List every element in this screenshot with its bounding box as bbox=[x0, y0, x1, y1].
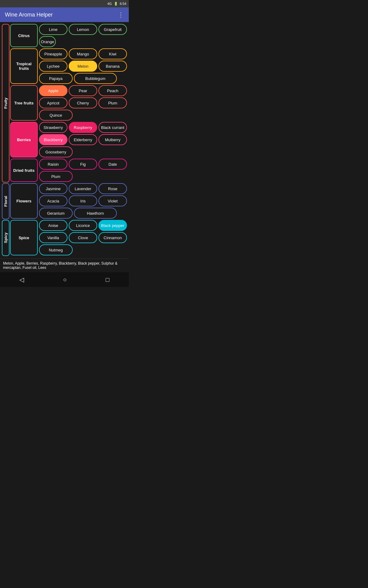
item-lime[interactable]: Lime bbox=[39, 24, 67, 35]
item-hawthorn[interactable]: Hawthorn bbox=[74, 208, 117, 219]
subcategory-berries[interactable]: Berries bbox=[10, 122, 38, 157]
recents-button[interactable]: □ bbox=[105, 276, 109, 283]
berries-items: Strawberry Raspberry Black currant Black… bbox=[39, 122, 127, 157]
section-dried: Dried fruits Raisin Fig Date Plum bbox=[10, 159, 127, 182]
selected-items-text: Melon, Apple, Berries, Raspberry, Blackb… bbox=[3, 261, 117, 270]
subcategory-tropical[interactable]: Tropical fruits bbox=[10, 48, 38, 84]
section-spice: Spice Anise Licorice Black pepper Vanill… bbox=[10, 220, 127, 255]
item-apple[interactable]: Apple bbox=[39, 85, 67, 96]
item-rose[interactable]: Rose bbox=[98, 183, 127, 194]
item-plum-tree[interactable]: Plum bbox=[98, 97, 127, 108]
item-elderberry[interactable]: Elderberry bbox=[69, 134, 97, 145]
item-melon[interactable]: Melon bbox=[69, 61, 97, 72]
time-display: 6:54 bbox=[120, 2, 126, 6]
item-banana[interactable]: Banana bbox=[98, 61, 127, 72]
tree-items: Apple Pear Peach Apricot Cherry Plum Qui… bbox=[39, 85, 127, 121]
app-bar: Wine Aroma Helper ⋮ bbox=[0, 7, 129, 22]
item-raspberry[interactable]: Raspberry bbox=[69, 122, 97, 133]
item-cherry[interactable]: Cherry bbox=[69, 97, 97, 108]
item-grapefruit[interactable]: Grapefruit bbox=[98, 24, 127, 35]
citrus-items: Lime Lemon Grapefruit Orange bbox=[39, 24, 127, 47]
item-iris[interactable]: Iris bbox=[69, 195, 97, 206]
menu-button[interactable]: ⋮ bbox=[118, 11, 124, 18]
item-papaya[interactable]: Papaya bbox=[39, 73, 73, 84]
subcategory-flowers[interactable]: Flowers bbox=[10, 183, 38, 219]
item-jasmine[interactable]: Jasmine bbox=[39, 183, 67, 194]
item-peach[interactable]: Peach bbox=[98, 85, 127, 96]
item-fig[interactable]: Fig bbox=[69, 159, 97, 170]
category-label-spicy: Spicy bbox=[2, 220, 10, 256]
item-orange[interactable]: Orange bbox=[39, 36, 56, 47]
item-bubblegum[interactable]: Bubblegum bbox=[74, 73, 117, 84]
battery-icon: 🔋 bbox=[114, 2, 118, 6]
item-cinnamon[interactable]: Cinnamon bbox=[98, 232, 127, 243]
back-button[interactable]: ◁ bbox=[19, 276, 24, 283]
item-quince[interactable]: Quince bbox=[39, 110, 73, 121]
section-tree: Tree fruits Apple Pear Peach Apricot Che… bbox=[10, 85, 127, 121]
item-lavender[interactable]: Lavender bbox=[69, 183, 97, 194]
spice-items: Anise Licorice Black pepper Vanilla Clov… bbox=[39, 220, 127, 255]
item-blackcurrant[interactable]: Black currant bbox=[98, 122, 127, 133]
item-apricot[interactable]: Apricot bbox=[39, 97, 67, 108]
item-blackpepper[interactable]: Black pepper bbox=[98, 220, 127, 231]
item-plum-dried[interactable]: Plum bbox=[39, 171, 73, 182]
item-violet[interactable]: Violet bbox=[98, 195, 127, 206]
subcategory-citrus[interactable]: Citrus bbox=[10, 24, 38, 47]
item-acacia[interactable]: Acacia bbox=[39, 195, 67, 206]
item-gooseberry[interactable]: Gooseberry bbox=[39, 146, 73, 157]
signal-icon: 4G bbox=[107, 2, 112, 6]
item-mango[interactable]: Mango bbox=[69, 48, 97, 59]
item-kiwi[interactable]: Kiwi bbox=[98, 48, 127, 59]
home-button[interactable]: ○ bbox=[63, 276, 67, 283]
flowers-items: Jasmine Lavender Rose Acacia Iris Violet… bbox=[39, 183, 127, 219]
nav-bar: ◁ ○ □ bbox=[0, 272, 129, 287]
bottom-bar: Melon, Apple, Berries, Raspberry, Blackb… bbox=[0, 258, 129, 272]
item-raisin[interactable]: Raisin bbox=[39, 159, 67, 170]
status-bar: 4G 🔋 6:54 bbox=[0, 0, 129, 7]
subcategory-spice[interactable]: Spice bbox=[10, 220, 38, 255]
section-flowers: Flowers Jasmine Lavender Rose Acacia Iri… bbox=[10, 183, 127, 219]
section-tropical: Tropical fruits Pineapple Mango Kiwi Lyc… bbox=[10, 48, 127, 84]
section-citrus: Citrus Lime Lemon Grapefruit Orange bbox=[10, 24, 127, 47]
item-vanilla[interactable]: Vanilla bbox=[39, 232, 67, 243]
item-geranium[interactable]: Geranium bbox=[39, 208, 73, 219]
item-anise[interactable]: Anise bbox=[39, 220, 67, 231]
item-blackberry[interactable]: Blackberry bbox=[39, 134, 67, 145]
dried-items: Raisin Fig Date Plum bbox=[39, 159, 127, 182]
item-mulberry[interactable]: Mulberry bbox=[98, 134, 127, 145]
item-lychee[interactable]: Lychee bbox=[39, 61, 67, 72]
item-pineapple[interactable]: Pineapple bbox=[39, 48, 67, 59]
main-content: Fruity Citrus Lime Lemon Grapefruit Oran… bbox=[0, 22, 129, 258]
app-title: Wine Aroma Helper bbox=[5, 12, 53, 18]
subcategory-tree[interactable]: Tree fruits bbox=[10, 85, 38, 121]
section-berries: Berries Strawberry Raspberry Black curra… bbox=[10, 122, 127, 157]
item-licorice[interactable]: Licorice bbox=[69, 220, 97, 231]
item-strawberry[interactable]: Strawberry bbox=[39, 122, 67, 133]
item-date[interactable]: Date bbox=[98, 159, 127, 170]
subcategory-dried[interactable]: Dried fruits bbox=[10, 159, 38, 182]
item-nutmeg[interactable]: Nutmeg bbox=[39, 244, 73, 255]
item-lemon[interactable]: Lemon bbox=[69, 24, 97, 35]
item-pear[interactable]: Pear bbox=[69, 85, 97, 96]
item-clove[interactable]: Clove bbox=[69, 232, 97, 243]
category-label-fruity: Fruity bbox=[2, 24, 10, 183]
tropical-items: Pineapple Mango Kiwi Lychee Melon Banana… bbox=[39, 48, 127, 84]
category-label-floral: Floral bbox=[2, 183, 10, 219]
